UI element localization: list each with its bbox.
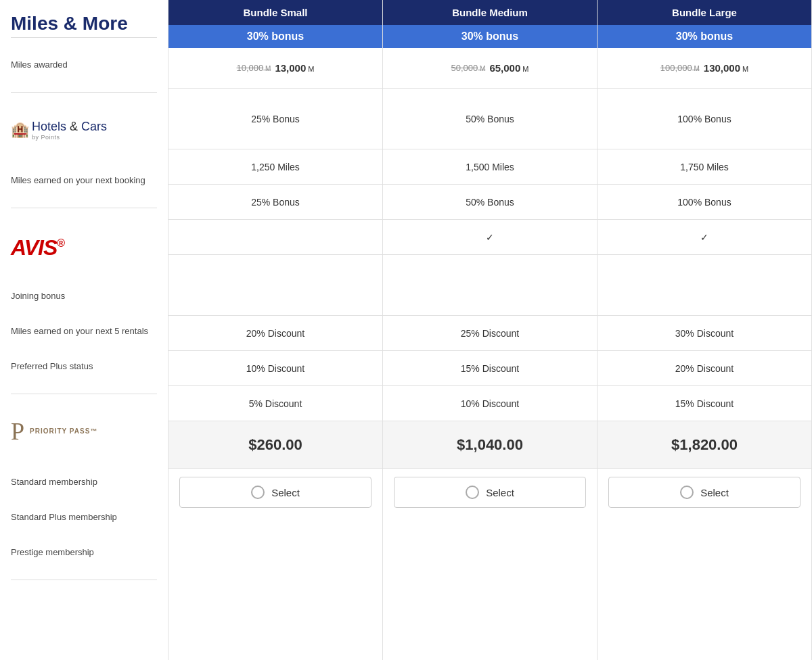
bundle-small-miles-new: 13,000 M	[275, 62, 314, 74]
avis-section: AVIS® Joining bonus Miles earned on your…	[11, 208, 157, 394]
pp-p-letter: P	[11, 419, 24, 444]
bundle-columns: Bundle Small 30% bonus 10,000 M 13,000 M…	[168, 0, 812, 660]
bundle-large-miles-original: 100,000 M	[660, 63, 700, 73]
miles-awarded-row: Miles awarded	[11, 47, 157, 82]
bundle-medium-select-button[interactable]: Select	[394, 477, 586, 508]
pp-standard-plus-label: Standard Plus membership	[11, 511, 117, 523]
bundle-large-col: Bundle Large 30% bonus 100,000 M 130,000…	[597, 0, 812, 660]
bundle-medium-pp-prestige: 10% Discount	[383, 386, 597, 421]
bundle-small-bonus: 30% bonus	[168, 25, 382, 48]
miles-awarded-section: Miles awarded	[11, 37, 157, 92]
pp-standard-plus-row: Standard Plus membership	[11, 500, 157, 535]
bundle-large-pp-prestige: 15% Discount	[597, 386, 811, 421]
bundle-large-miles: 100,000 M 130,000 M	[597, 48, 811, 89]
select-spacer	[11, 627, 157, 660]
avis-logo: AVIS®	[11, 235, 64, 260]
hotels-cars-logo: 🏨 Hotels & Cars by Points	[11, 118, 107, 141]
hotels-section: 🏨 Hotels & Cars by Points Miles earned o…	[11, 92, 157, 208]
pp-text: PRIORITY PASS™	[30, 427, 97, 435]
pp-standard-row: Standard membership	[11, 465, 157, 500]
hotels-cars-header: 🏨 Hotels & Cars by Points	[11, 102, 157, 163]
bundle-small-avis-miles: 25% Bonus	[168, 185, 382, 220]
bundle-small-miles-original: 10,000 M	[237, 63, 271, 73]
bundle-medium-col: Bundle Medium 30% bonus 50,000 M 65,000 …	[382, 0, 597, 660]
avis-joining-row: Joining bonus	[11, 279, 157, 314]
bundle-small-pp-prestige: 5% Discount	[168, 386, 382, 421]
avis-miles-label: Miles earned on your next 5 rentals	[11, 325, 148, 337]
bundle-medium-radio	[466, 486, 479, 499]
bundle-small-avis-joining: 1,250 Miles	[168, 149, 382, 185]
hotels-building-icon: 🏨	[11, 121, 29, 139]
bundle-small-price: $260.00	[168, 421, 382, 469]
bundle-medium-pp-standard-plus: 15% Discount	[383, 351, 597, 386]
bundle-large-avis-preferred: ✓	[597, 220, 811, 255]
bundle-small-header: Bundle Small	[168, 0, 382, 25]
miles-more-title: Miles & More	[11, 14, 157, 34]
bundle-small-avis-preferred	[168, 220, 382, 255]
bundle-medium-miles-original: 50,000 M	[451, 63, 486, 73]
bundle-medium-miles: 50,000 M 65,000 M	[383, 48, 597, 89]
avis-registered: ®	[57, 238, 64, 250]
bundle-large-select-button[interactable]: Select	[608, 477, 800, 508]
priority-pass-section: P PRIORITY PASS™ Standard membership Sta…	[11, 394, 157, 580]
bundle-small-col: Bundle Small 30% bonus 10,000 M 13,000 M…	[168, 0, 382, 660]
avis-miles-row: Miles earned on your next 5 rentals	[11, 314, 157, 349]
pp-standard-label: Standard membership	[11, 476, 97, 488]
bundle-medium-hotels: 50% Bonus	[383, 89, 597, 149]
hotels-cars-sub: by Points	[32, 134, 107, 141]
bundle-large-avis-joining: 1,750 Miles	[597, 149, 811, 185]
pp-prestige-label: Prestige membership	[11, 546, 94, 559]
sidebar: Miles & More Miles awarded 🏨 Hotels & Ca…	[0, 0, 168, 660]
bundle-small-radio	[251, 486, 265, 499]
pp-prestige-row: Prestige membership	[11, 535, 157, 570]
hotels-label: Miles earned on your next booking	[11, 174, 145, 187]
bundle-small-pp-spacer	[168, 255, 382, 316]
bundle-large-header: Bundle Large	[597, 0, 811, 25]
bundle-large-pp-standard: 30% Discount	[597, 316, 811, 351]
miles-more-brand: Miles & More	[11, 14, 157, 34]
page-wrapper: Miles & More Miles awarded 🏨 Hotels & Ca…	[0, 0, 812, 660]
bundle-large-pp-spacer	[597, 255, 811, 316]
bundle-medium-price: $1,040.00	[383, 421, 597, 469]
bundle-medium-avis-preferred: ✓	[383, 220, 597, 255]
bundle-large-hotels: 100% Bonus	[597, 89, 811, 149]
bundle-large-select-label: Select	[700, 487, 729, 498]
bundle-large-bonus: 30% bonus	[597, 25, 811, 48]
bundle-large-miles-new: 130,000 M	[704, 62, 748, 74]
avis-header: AVIS®	[11, 218, 157, 279]
bundle-small-select-button[interactable]: Select	[179, 477, 371, 508]
bundle-large-radio	[680, 486, 694, 499]
bundle-small-miles: 10,000 M 13,000 M	[168, 48, 382, 89]
miles-awarded-label: Miles awarded	[11, 59, 68, 71]
bundle-medium-avis-joining: 1,500 Miles	[383, 149, 597, 185]
bundle-large-price: $1,820.00	[597, 421, 811, 469]
avis-preferred-row: Preferred Plus status	[11, 349, 157, 384]
bundle-large-pp-standard-plus: 20% Discount	[597, 351, 811, 386]
avis-preferred-label: Preferred Plus status	[11, 360, 93, 373]
bundle-small-select-label: Select	[271, 487, 300, 498]
price-spacer	[11, 580, 157, 627]
bundle-large-avis-miles: 100% Bonus	[597, 185, 811, 220]
priority-pass-header: P PRIORITY PASS™	[11, 404, 157, 465]
bundle-medium-bonus: 30% bonus	[383, 25, 597, 48]
bundle-small-pp-standard-plus: 10% Discount	[168, 351, 382, 386]
hotels-miles-row: Miles earned on your next booking	[11, 163, 157, 198]
priority-pass-logo: P PRIORITY PASS™	[11, 419, 97, 444]
hotels-cars-name: Hotels & Cars	[32, 118, 107, 134]
bundle-medium-miles-new: 65,000 M	[489, 62, 528, 74]
bundle-medium-select-label: Select	[486, 487, 514, 498]
bundle-small-pp-standard: 20% Discount	[168, 316, 382, 351]
bundle-medium-pp-spacer	[383, 255, 597, 316]
avis-joining-label: Joining bonus	[11, 290, 65, 302]
bundle-medium-avis-miles: 50% Bonus	[383, 185, 597, 220]
bundle-medium-pp-standard: 25% Discount	[383, 316, 597, 351]
bundle-medium-header: Bundle Medium	[383, 0, 597, 25]
avis-name: AVIS	[11, 235, 57, 260]
bundle-small-hotels: 25% Bonus	[168, 89, 382, 149]
